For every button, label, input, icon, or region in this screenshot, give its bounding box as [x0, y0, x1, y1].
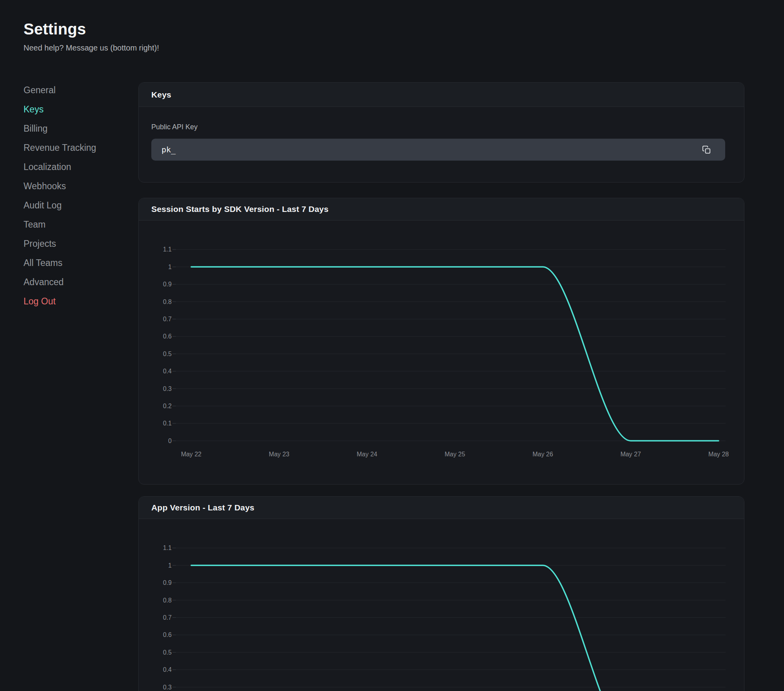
main-content: Keys Public API Key	[138, 52, 744, 691]
page-subtitle: Need help? Message us (bottom right)!	[24, 43, 744, 52]
keys-card-header: Keys	[139, 83, 744, 107]
x-tick-label: May 25	[445, 451, 465, 458]
copy-icon	[702, 145, 711, 154]
sidebar-item-general[interactable]: General	[24, 81, 138, 100]
y-tick-label: 0.7	[163, 614, 172, 621]
app-version-line-chart: 00.10.20.30.40.50.60.70.80.911.1May 22Ma…	[139, 519, 744, 691]
y-tick-label: 0.6	[163, 333, 172, 340]
y-tick-label: 0.3	[163, 385, 172, 392]
sidebar-item-projects[interactable]: Projects	[24, 234, 138, 253]
layout: General Keys Billing Revenue Tracking Lo…	[0, 52, 784, 691]
sidebar: General Keys Billing Revenue Tracking Lo…	[24, 52, 138, 311]
sidebar-item-billing[interactable]: Billing	[24, 119, 138, 138]
keys-card-title: Keys	[151, 90, 171, 99]
app-chart-title: App Version - Last 7 Days	[151, 503, 254, 512]
sidebar-item-keys[interactable]: Keys	[24, 100, 138, 119]
sidebar-item-advanced[interactable]: Advanced	[24, 273, 138, 292]
y-tick-label: 0.7	[163, 316, 172, 322]
settings-page: Settings Need help? Message us (bottom r…	[0, 0, 784, 691]
app-chart-header: App Version - Last 7 Days	[139, 497, 744, 519]
y-tick-label: 0.6	[163, 632, 172, 639]
copy-api-key-button[interactable]	[699, 142, 714, 157]
y-tick-label: 0.8	[163, 597, 172, 604]
y-tick-label: 0	[168, 438, 172, 444]
y-tick-label: 1	[168, 562, 172, 569]
x-tick-label: May 22	[181, 451, 201, 458]
public-api-key-field	[151, 139, 725, 161]
sidebar-item-all-teams[interactable]: All Teams	[24, 253, 138, 273]
public-api-key-label: Public API Key	[151, 123, 731, 131]
sidebar-item-team[interactable]: Team	[24, 215, 138, 234]
y-tick-label: 0.4	[163, 368, 172, 374]
app-version-chart-card: App Version - Last 7 Days 00.10.20.30.40…	[138, 496, 744, 691]
x-tick-label: May 24	[357, 451, 377, 458]
sidebar-item-logout[interactable]: Log Out	[24, 292, 138, 311]
y-tick-label: 0.1	[163, 420, 172, 427]
y-tick-label: 1	[168, 264, 172, 270]
y-tick-label: 0.8	[163, 298, 172, 305]
y-tick-label: 0.9	[163, 281, 172, 288]
sidebar-item-audit-log[interactable]: Audit Log	[24, 196, 138, 215]
y-tick-label: 0.9	[163, 579, 172, 586]
y-tick-label: 0.5	[163, 351, 172, 357]
keys-card: Keys Public API Key	[138, 82, 744, 183]
x-tick-label: May 23	[269, 451, 289, 458]
y-tick-label: 1.1	[163, 545, 172, 552]
y-tick-label: 0.2	[163, 403, 172, 409]
sdk-chart-title: Session Starts by SDK Version - Last 7 D…	[151, 204, 328, 214]
y-tick-label: 0.4	[163, 666, 172, 673]
public-api-key-input[interactable]	[151, 139, 725, 161]
sidebar-item-webhooks[interactable]: Webhooks	[24, 177, 138, 196]
y-tick-label: 1.1	[163, 246, 172, 253]
x-tick-label: May 27	[621, 451, 641, 458]
y-tick-label: 0.5	[163, 649, 172, 656]
keys-card-body: Public API Key	[139, 107, 744, 182]
sdk-chart-header: Session Starts by SDK Version - Last 7 D…	[139, 198, 744, 221]
series-line-app-version	[191, 565, 719, 691]
sidebar-item-revenue-tracking[interactable]: Revenue Tracking	[24, 138, 138, 157]
x-tick-label: May 28	[708, 451, 729, 458]
sdk-version-chart-card: Session Starts by SDK Version - Last 7 D…	[138, 198, 744, 485]
y-tick-label: 0.3	[163, 684, 172, 691]
x-tick-label: May 26	[532, 451, 553, 458]
sidebar-item-localization[interactable]: Localization	[24, 157, 138, 177]
sdk-version-line-chart: 00.10.20.30.40.50.60.70.80.911.1May 22Ma…	[139, 221, 744, 484]
page-header: Settings Need help? Message us (bottom r…	[0, 0, 784, 52]
page-title: Settings	[24, 20, 744, 38]
